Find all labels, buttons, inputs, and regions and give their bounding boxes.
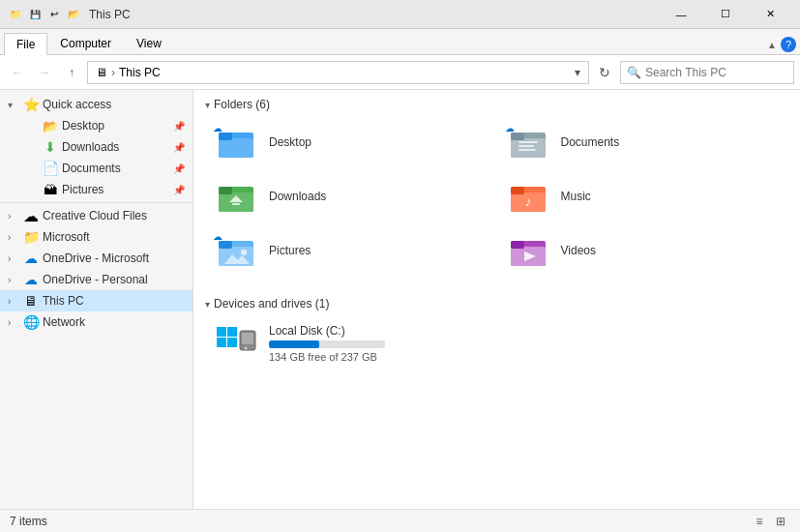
search-box[interactable]: 🔍 — [620, 61, 794, 84]
separator — [0, 202, 193, 203]
folder-thumb-pictures: ☁ — [213, 231, 259, 270]
details-view-button[interactable]: ≡ — [750, 513, 769, 530]
music-folder-icon: ♪ — [509, 179, 548, 214]
quick-access-icon: 💾 — [27, 7, 43, 22]
svg-rect-28 — [227, 327, 237, 337]
svg-rect-13 — [232, 203, 240, 205]
ribbon-tabs: File Computer View ▲ ? — [0, 29, 800, 54]
creative-cloud-icon: ☁ — [23, 208, 39, 223]
svg-rect-20 — [219, 241, 232, 249]
sidebar-item-microsoft[interactable]: › 📁 Microsoft — [0, 226, 193, 248]
sidebar-item-onedrive-personal[interactable]: › ☁ OneDrive - Personal — [0, 269, 193, 290]
path-separator: › — [111, 66, 115, 79]
svg-point-22 — [241, 250, 247, 255]
svg-text:♪: ♪ — [524, 193, 531, 209]
sidebar-item-desktop[interactable]: 📂 Desktop 📌 — [0, 115, 193, 136]
expand-arrow: › — [8, 253, 19, 264]
drive-info: Local Disk (C:) 134 GB free of 237 GB — [269, 324, 385, 363]
sidebar-label: OneDrive - Personal — [43, 273, 148, 286]
folder-thumb-videos — [505, 231, 551, 270]
devices-section-header[interactable]: ▾ Devices and drives (1) — [193, 289, 800, 314]
downloads-icon: ⬇ — [43, 139, 58, 155]
star-icon: ⭐ — [23, 97, 39, 112]
folder-name: Pictures — [269, 244, 311, 257]
local-disk-icon — [215, 325, 257, 362]
svg-rect-7 — [519, 145, 534, 147]
path-dropdown[interactable]: ▾ — [575, 66, 580, 79]
pictures-icon: 🏔 — [43, 182, 58, 197]
downloads-folder-icon — [217, 179, 255, 214]
cloud-sync-icon: ☁ — [213, 123, 222, 133]
sidebar-item-quick-access[interactable]: ▾ ⭐ Quick access — [0, 94, 193, 115]
expand-arrow: › — [8, 296, 19, 307]
up-button[interactable]: ↑ — [60, 61, 83, 84]
folder-item-videos[interactable]: Videos — [497, 223, 789, 278]
sidebar-item-creative-cloud[interactable]: › ☁ Creative Cloud Files — [0, 205, 193, 226]
microsoft-icon: 📁 — [23, 229, 39, 245]
sidebar-item-pictures[interactable]: 🏔 Pictures 📌 — [0, 179, 193, 200]
sidebar-item-downloads[interactable]: ⬇ Downloads 📌 — [0, 136, 193, 158]
sidebar-item-network[interactable]: › 🌐 Network — [0, 311, 193, 333]
expand-arrow: › — [8, 232, 19, 243]
app-icon: 📁 — [8, 7, 23, 22]
tiles-view-button[interactable]: ⊞ — [771, 513, 790, 530]
desktop-folder-icon — [217, 125, 255, 160]
section-collapse-arrow: ▾ — [205, 299, 210, 310]
refresh-button[interactable]: ↻ — [593, 61, 616, 84]
drive-icon-area — [213, 324, 259, 363]
folder-thumb-downloads — [213, 177, 259, 216]
sidebar: ▾ ⭐ Quick access 📂 Desktop 📌 ⬇ Downloads… — [0, 90, 193, 509]
undo-icon: ↩ — [46, 7, 62, 22]
devices-section-title: Devices and drives (1) — [214, 297, 329, 310]
folder-name: Downloads — [269, 190, 326, 203]
pin-icon: 📌 — [173, 121, 185, 132]
status-bar: 7 items ≡ ⊞ — [0, 509, 800, 532]
sidebar-label: Quick access — [43, 98, 111, 111]
window-controls: — ☐ ✕ — [659, 0, 792, 29]
folder-thumb-documents: ☁ — [505, 123, 551, 162]
tab-computer[interactable]: Computer — [47, 32, 124, 54]
view-buttons: ≡ ⊞ — [750, 513, 790, 530]
close-button[interactable]: ✕ — [748, 0, 792, 29]
folders-section-header[interactable]: ▾ Folders (6) — [193, 90, 800, 115]
svg-rect-16 — [511, 187, 524, 194]
ribbon-collapse-icon[interactable]: ▲ — [767, 40, 777, 50]
folder-item-music[interactable]: ♪ Music — [497, 169, 789, 223]
folder-item-pictures[interactable]: ☁ Pictures — [205, 223, 497, 278]
path-icon: 🖥 — [96, 66, 107, 79]
title-bar: 📁 💾 ↩ 📂 This PC — ☐ ✕ — [0, 0, 800, 29]
tab-view[interactable]: View — [124, 32, 174, 54]
search-input[interactable] — [645, 66, 787, 79]
onedrive-personal-icon: ☁ — [23, 272, 39, 287]
folder-name: Desktop — [269, 135, 311, 149]
maximize-button[interactable]: ☐ — [703, 0, 748, 29]
folder-name: Videos — [561, 244, 596, 257]
folder-item-desktop[interactable]: ☁ Desktop — [205, 115, 497, 169]
forward-button[interactable]: → — [33, 61, 56, 84]
folder-name: Documents — [561, 135, 620, 149]
folder-item-downloads[interactable]: Downloads — [205, 169, 497, 223]
folder-thumb-desktop: ☁ — [213, 123, 259, 162]
sidebar-label: Documents — [62, 162, 121, 175]
pictures-folder-icon — [217, 233, 255, 268]
sidebar-label: Microsoft — [43, 230, 90, 244]
sidebar-item-this-pc[interactable]: › 🖥 This PC — [0, 290, 193, 311]
back-button[interactable]: ← — [6, 61, 29, 84]
documents-folder-icon — [509, 125, 548, 160]
sidebar-label: Desktop — [62, 119, 104, 133]
help-icon[interactable]: ? — [781, 37, 796, 52]
drive-item-c[interactable]: Local Disk (C:) 134 GB free of 237 GB — [205, 318, 788, 369]
content-area: ▾ Folders (6) ☁ Desktop ☁ — [193, 90, 800, 509]
sidebar-label: Downloads — [62, 140, 119, 154]
devices-section: Local Disk (C:) 134 GB free of 237 GB — [193, 314, 800, 372]
documents-icon: 📄 — [43, 161, 58, 176]
tab-file[interactable]: File — [4, 33, 47, 55]
minimize-button[interactable]: — — [659, 0, 703, 29]
address-path[interactable]: 🖥 › This PC ▾ — [87, 61, 589, 84]
sidebar-item-onedrive-microsoft[interactable]: › ☁ OneDrive - Microsoft — [0, 248, 193, 269]
svg-rect-6 — [519, 141, 538, 143]
folders-section-title: Folders (6) — [214, 98, 270, 111]
folder-item-documents[interactable]: ☁ Documents — [497, 115, 789, 169]
sidebar-item-documents[interactable]: 📄 Documents 📌 — [0, 158, 193, 179]
svg-rect-8 — [519, 149, 536, 151]
